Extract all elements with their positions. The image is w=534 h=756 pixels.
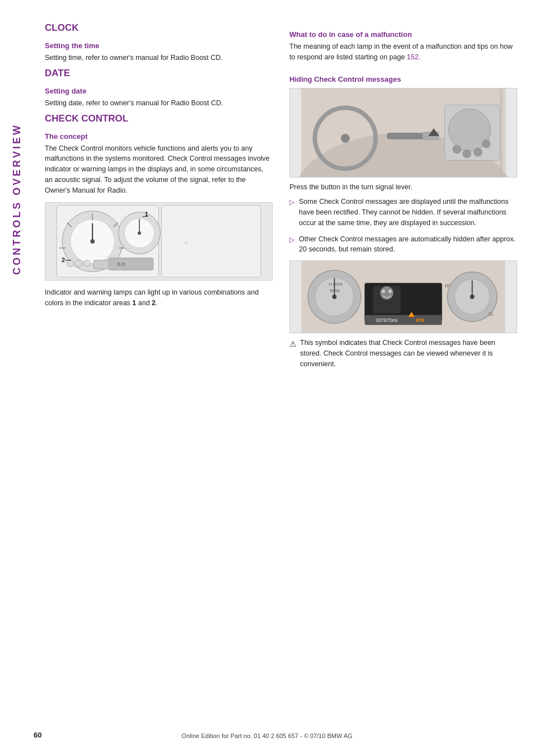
bullet-text-2: Other Check Control messages are automat… xyxy=(299,234,517,255)
turn-signal-image xyxy=(289,88,517,178)
clock-title: CLOCK xyxy=(45,22,273,34)
svg-text:1: 1 xyxy=(145,211,148,217)
svg-point-7 xyxy=(83,260,90,267)
svg-point-32 xyxy=(482,139,491,148)
svg-text:38: 38 xyxy=(488,311,493,317)
malfunction-link[interactable]: 152 xyxy=(407,53,419,61)
svg-text:0.0: 0.0 xyxy=(118,262,125,268)
clock-section: CLOCK Setting the time Setting time, ref… xyxy=(45,22,273,68)
bullet-text-1: Some Check Control messages are displaye… xyxy=(299,197,517,228)
left-column: CLOCK Setting the time Setting time, ref… xyxy=(45,22,273,734)
svg-point-40 xyxy=(332,295,336,299)
setting-date-body: Setting date, refer to owner's manual fo… xyxy=(45,98,273,109)
svg-text:678: 678 xyxy=(416,318,424,323)
svg-point-13 xyxy=(138,232,141,235)
svg-point-6 xyxy=(76,260,82,267)
warning-icon: ⚠ xyxy=(289,338,297,350)
hiding-section: Hiding Check Control messages xyxy=(289,67,517,370)
main-content: CLOCK Setting the time Setting time, ref… xyxy=(34,0,534,756)
dashboard-image: 2— 1 0.0 xyxy=(45,202,273,281)
concept-body: The Check Control monitors vehicle funct… xyxy=(45,143,273,196)
press-caption: Press the button in the turn signal leve… xyxy=(289,182,517,193)
svg-point-4 xyxy=(90,239,95,244)
svg-point-23 xyxy=(341,133,350,142)
check-control-title: CHECK CONTROL xyxy=(45,113,273,124)
bullet-item-2: ▷ Other Check Control messages are autom… xyxy=(289,234,517,255)
setting-time-subtitle: Setting the time xyxy=(45,41,273,50)
dashboard-svg: 2— 1 0.0 xyxy=(45,203,272,280)
svg-text:t×1000: t×1000 xyxy=(329,282,343,287)
check-control-svg: t×1000 RPM 007670mi xyxy=(290,261,517,333)
sidebar-text: CONTROLS OVERVIEW xyxy=(11,123,23,275)
svg-point-31 xyxy=(474,147,483,156)
footer-text: Online Edition for Part no. 01 40 2 605 … xyxy=(181,732,352,739)
svg-point-30 xyxy=(462,149,471,158)
indicator-caption: Indicator and warning lamps can light up… xyxy=(45,287,273,309)
date-title: DATE xyxy=(45,68,273,79)
svg-point-44 xyxy=(382,290,385,293)
malfunction-subtitle: What to do in case of a malfunction xyxy=(289,30,517,39)
svg-text:2—: 2— xyxy=(62,257,71,264)
setting-date-subtitle: Setting date xyxy=(45,87,273,95)
bullet-list: ▷ Some Check Control messages are displa… xyxy=(289,197,517,255)
svg-point-45 xyxy=(388,290,392,293)
check-control-section: CHECK CONTROL The concept The Check Cont… xyxy=(45,113,273,313)
bullet-arrow-1: ▷ xyxy=(289,197,294,207)
malfunction-section: What to do in case of a malfunction The … xyxy=(289,22,517,67)
svg-rect-24 xyxy=(387,133,425,139)
date-section: DATE Setting date Setting date, refer to… xyxy=(45,68,273,113)
warning-note: ⚠ This symbol indicates that Check Contr… xyxy=(289,338,517,369)
page-container: CONTROLS OVERVIEW CLOCK Setting the time… xyxy=(0,0,534,756)
right-column: What to do in case of a malfunction The … xyxy=(289,22,517,734)
turn-signal-svg xyxy=(290,88,517,177)
svg-rect-16 xyxy=(109,258,153,270)
bullet-arrow-2: ▷ xyxy=(289,235,294,245)
svg-point-55 xyxy=(470,295,475,299)
svg-text:–: – xyxy=(185,239,188,245)
svg-text:007670mi: 007670mi xyxy=(376,318,397,323)
warning-text: This symbol indicates that Check Control… xyxy=(300,338,517,369)
svg-point-29 xyxy=(452,144,461,153)
malfunction-body: The meaning of each lamp in the event of… xyxy=(289,41,517,63)
hiding-subtitle: Hiding Check Control messages xyxy=(289,75,517,83)
svg-rect-33 xyxy=(500,88,502,177)
concept-subtitle: The concept xyxy=(45,132,273,141)
check-control-image: t×1000 RPM 007670mi xyxy=(289,260,517,333)
svg-text:!: ! xyxy=(410,312,411,316)
svg-rect-18 xyxy=(161,206,260,277)
page-footer: Online Edition for Part no. 01 40 2 605 … xyxy=(0,732,534,739)
sidebar-label: CONTROLS OVERVIEW xyxy=(0,0,34,756)
svg-rect-9 xyxy=(93,260,110,269)
bullet-item-1: ▷ Some Check Control messages are displa… xyxy=(289,197,517,228)
setting-time-body: Setting time, refer to owner's manual fo… xyxy=(45,53,273,63)
